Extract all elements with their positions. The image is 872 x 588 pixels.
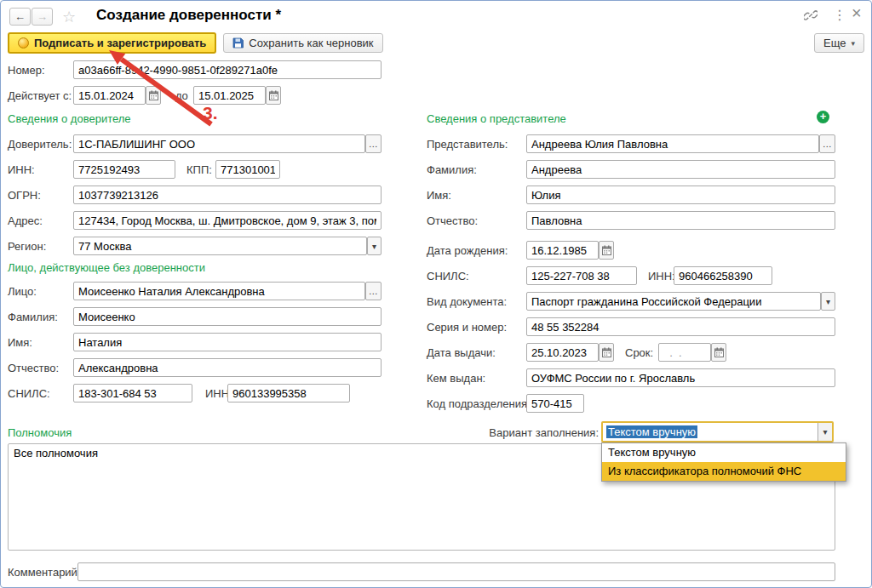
representative-input[interactable]: [526, 134, 819, 153]
doc-dept-code-input[interactable]: [526, 394, 584, 413]
comment-input[interactable]: [77, 562, 835, 581]
back-icon: ←: [14, 10, 26, 23]
doc-series-label: Серия и номер:: [427, 321, 507, 334]
sign-button-label: Подписать и зарегистрировать: [34, 37, 206, 49]
representative-select-button[interactable]: ...: [819, 134, 835, 153]
rep-firstname-label: Имя:: [427, 189, 451, 202]
rep-firstname-input[interactable]: [526, 186, 835, 204]
calendar-icon: [602, 245, 611, 255]
calendar-icon: [149, 90, 158, 100]
fill-variant-combobox[interactable]: Текстом вручную ▾: [601, 421, 834, 442]
number-label: Номер:: [8, 64, 45, 77]
doc-issue-date-input[interactable]: [526, 343, 599, 362]
fill-variant-dropdown-button[interactable]: ▾: [818, 423, 832, 441]
doc-term-label: Срок:: [625, 346, 653, 359]
ellipsis-icon: ...: [369, 140, 378, 147]
valid-from-label: Действует с:: [8, 89, 72, 102]
representative-section-header: Сведения о представителе: [427, 112, 566, 125]
principal-select-button[interactable]: ...: [365, 134, 382, 153]
doc-term-calendar-button[interactable]: [711, 343, 726, 362]
inn-input[interactable]: [73, 160, 175, 179]
add-representative-button[interactable]: +: [817, 111, 829, 123]
fill-variant-label: Вариант заполнения:: [478, 426, 599, 439]
rep-inn-input[interactable]: [674, 266, 772, 285]
person-snils-input[interactable]: [73, 384, 192, 402]
poa-window: ← → ☆ Создание доверенности * ⋮ × Подпис…: [0, 0, 872, 588]
dropdown-option-fns-classifier[interactable]: Из классификатора полномочий ФНС: [602, 462, 846, 481]
save-draft-button[interactable]: Сохранить как черновик: [223, 33, 382, 53]
doc-type-dropdown-button[interactable]: ▾: [821, 292, 835, 311]
person-inn-input[interactable]: [227, 384, 350, 402]
rep-snils-input[interactable]: [526, 266, 637, 285]
rep-middlename-input[interactable]: [526, 211, 835, 230]
rep-lastname-input[interactable]: [526, 160, 835, 179]
valid-to-calendar-button[interactable]: [266, 86, 281, 105]
ogrn-label: ОГРН:: [8, 189, 41, 202]
person-middlename-input[interactable]: [73, 358, 382, 377]
chevron-down-icon: ▾: [851, 39, 855, 48]
principal-section-header: Сведения о доверителе: [8, 112, 131, 125]
link-icon: [804, 9, 818, 22]
valid-from-input[interactable]: [73, 86, 146, 105]
region-label: Регион:: [8, 240, 46, 253]
valid-to-label: до: [175, 89, 188, 102]
person-firstname-input[interactable]: [73, 333, 382, 351]
person-lastname-label: Фамилия:: [8, 311, 58, 323]
chevron-down-icon: ▾: [372, 242, 376, 251]
rep-middlename-label: Отчество:: [427, 214, 478, 227]
seal-icon: [18, 37, 29, 49]
address-input[interactable]: [73, 211, 382, 230]
doc-type-input[interactable]: [526, 292, 821, 311]
chevron-down-icon: ▾: [823, 427, 827, 437]
save-icon: [232, 37, 244, 49]
doc-issuer-input[interactable]: [526, 368, 835, 387]
close-icon: ×: [852, 3, 862, 22]
chevron-down-icon: ▾: [826, 297, 830, 306]
region-dropdown-button[interactable]: ▾: [367, 237, 382, 255]
ogrn-input[interactable]: [73, 186, 382, 204]
draft-button-label: Сохранить как черновик: [249, 37, 373, 49]
annotation-step-number: 3.: [203, 103, 218, 123]
dropdown-option-manual[interactable]: Текстом вручную: [602, 443, 846, 462]
doc-issuer-label: Кем выдан:: [427, 372, 485, 385]
link-button[interactable]: [804, 9, 818, 26]
valid-from-calendar-button[interactable]: [146, 86, 161, 105]
rep-birthdate-input[interactable]: [526, 241, 599, 260]
principal-input[interactable]: [73, 134, 365, 153]
valid-to-input[interactable]: [193, 86, 266, 105]
sign-and-register-button[interactable]: Подписать и зарегистрировать: [8, 32, 216, 54]
region-input[interactable]: [73, 237, 367, 255]
more-button-label: Еще: [823, 37, 846, 49]
person-input[interactable]: [73, 282, 365, 300]
rep-inn-label: ИНН:: [648, 270, 675, 283]
rep-lastname-label: Фамилия:: [427, 163, 477, 176]
person-label: Лицо:: [8, 285, 37, 298]
more-button[interactable]: Еще ▾: [814, 33, 864, 53]
doc-issue-date-label: Дата выдачи:: [427, 346, 496, 359]
back-button[interactable]: ←: [9, 8, 31, 26]
rep-birthdate-label: Дата рождения:: [427, 244, 508, 257]
fill-variant-dropdown-list: Текстом вручную Из классификатора полном…: [601, 442, 846, 482]
plus-icon: +: [820, 110, 827, 123]
doc-term-input[interactable]: [658, 343, 711, 362]
doc-series-input[interactable]: [526, 317, 835, 336]
calendar-icon: [269, 90, 278, 100]
kpp-input[interactable]: [215, 160, 280, 179]
person-lastname-input[interactable]: [73, 307, 382, 326]
comment-label: Комментарий:: [8, 566, 81, 579]
close-button[interactable]: ×: [852, 3, 862, 23]
favorite-star-icon[interactable]: ☆: [62, 8, 76, 26]
forward-icon: →: [37, 10, 48, 23]
calendar-icon: [602, 347, 611, 357]
menu-button[interactable]: ⋮: [833, 7, 846, 23]
person-select-button[interactable]: ...: [365, 282, 382, 300]
rep-snils-label: СНИЛС:: [427, 270, 469, 283]
inn-label: ИНН:: [8, 163, 35, 176]
representative-label: Представитель:: [427, 138, 508, 151]
number-input[interactable]: [73, 60, 382, 79]
kpp-label: КПП:: [186, 163, 212, 176]
doc-issue-calendar-button[interactable]: [599, 343, 614, 362]
rep-birthdate-calendar-button[interactable]: [599, 241, 614, 260]
forward-button[interactable]: →: [32, 8, 53, 26]
principal-label: Доверитель:: [8, 138, 72, 151]
